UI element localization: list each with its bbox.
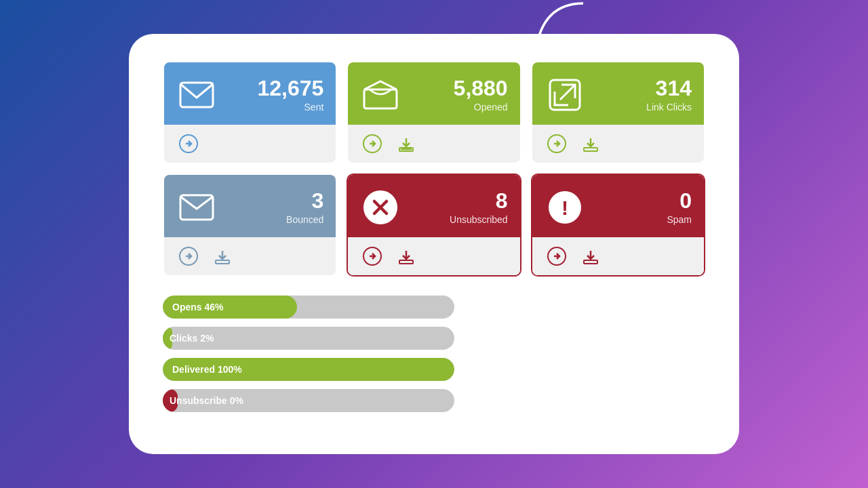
bounced-info: 3 Bounced [226, 190, 323, 225]
opened-info: 5,880 Opened [410, 77, 507, 113]
delivered-bar-container: Delivered 100% [163, 358, 454, 381]
envelope-icon [176, 75, 217, 115]
progress-delivered: Delivered 100% [163, 358, 705, 381]
opened-arrow-button[interactable] [360, 131, 384, 156]
clicks-bar-container: Clicks 2% [163, 327, 454, 350]
arrow-right-icon [363, 247, 382, 266]
card-unsubscribed-bottom [348, 237, 519, 275]
card-bounced-bottom [164, 237, 336, 275]
bounced-arrow-button[interactable] [176, 244, 201, 268]
link-clicks-info: 314 Link Clicks [595, 77, 692, 113]
svg-line-8 [560, 85, 575, 100]
opened-number: 5,880 [410, 77, 507, 99]
arrow-right-icon [179, 134, 198, 153]
bounced-envelope-icon [176, 187, 217, 228]
download-icon [397, 134, 416, 153]
sent-info: 12,675 Sent [226, 77, 323, 113]
unsubscribed-download-button[interactable] [394, 244, 418, 268]
cards-grid: 12,675 Sent [163, 61, 705, 277]
link-clicks-download-button[interactable] [578, 131, 603, 156]
svg-rect-23 [584, 260, 597, 264]
opened-label: Opened [410, 102, 507, 113]
arrow-right-icon [363, 134, 382, 153]
card-spam-bottom [532, 237, 704, 275]
unsubscribe-bar-label: Unsubscribe 0% [170, 395, 243, 406]
card-spam-top: ! 0 Spam [532, 175, 704, 237]
card-unsubscribed: 8 Unsubscribed [347, 174, 521, 277]
download-icon [581, 134, 600, 153]
delivered-bar-fill: Delivered 100% [163, 358, 454, 381]
card-bounced-top: 3 Bounced [164, 175, 336, 237]
card-link-clicks: 314 Link Clicks [531, 61, 705, 164]
progress-clicks: Clicks 2% [163, 327, 705, 350]
link-clicks-number: 314 [595, 77, 692, 99]
card-sent-top: 12,675 Sent [164, 62, 336, 125]
opens-bar-container: Opens 46% [163, 296, 454, 319]
main-card: Inboxing metrics 12,675 Sent [129, 34, 739, 454]
arrow-right-icon [547, 134, 566, 153]
card-opened: 5,880 Opened [347, 61, 521, 164]
unsubscribed-number: 8 [410, 190, 507, 211]
sent-arrow-button[interactable] [176, 131, 201, 156]
card-opened-bottom [348, 125, 519, 163]
clicks-bar-label: Clicks 2% [170, 333, 214, 344]
arrow-right-icon [179, 247, 198, 266]
spam-arrow-button[interactable] [545, 244, 569, 268]
opens-bar-fill: Opens 46% [163, 296, 297, 319]
spam-label: Spam [595, 214, 692, 225]
unsubscribed-info: 8 Unsubscribed [410, 190, 507, 225]
card-sent: 12,675 Sent [163, 61, 337, 164]
card-spam: ! 0 Spam [531, 174, 705, 277]
svg-rect-10 [584, 148, 597, 151]
spam-number: 0 [595, 190, 692, 211]
svg-rect-19 [399, 260, 413, 264]
card-bounced: 3 Bounced [163, 174, 337, 277]
envelope-open-icon [360, 75, 401, 115]
x-circle-icon [360, 187, 401, 228]
svg-rect-13 [216, 260, 229, 264]
svg-rect-3 [364, 89, 397, 108]
unsubscribe-bar-container: Unsubscribe 0% [163, 389, 454, 412]
spam-info: 0 Spam [595, 190, 692, 225]
sent-label: Sent [226, 102, 323, 113]
svg-rect-1 [180, 83, 213, 107]
card-link-clicks-top: 314 Link Clicks [532, 62, 704, 125]
progress-opens: Opens 46% [163, 296, 705, 319]
download-icon [397, 247, 416, 266]
link-clicks-label: Link Clicks [595, 102, 692, 113]
download-icon [213, 247, 232, 266]
spam-download-button[interactable] [578, 244, 603, 268]
unsubscribed-arrow-button[interactable] [360, 244, 384, 268]
sent-number: 12,675 [226, 77, 323, 99]
card-unsubscribed-top: 8 Unsubscribed [348, 175, 519, 237]
arrow-icon [522, 0, 604, 64]
opened-download-button[interactable] [394, 131, 418, 156]
bounced-label: Bounced [226, 214, 323, 225]
unsubscribed-label: Unsubscribed [410, 214, 507, 225]
progress-section: Opens 46% Clicks 2% Delivered 100% [163, 296, 705, 412]
card-opened-top: 5,880 Opened [348, 62, 519, 125]
card-link-clicks-bottom [532, 125, 704, 163]
download-icon [581, 247, 600, 266]
card-sent-bottom [164, 125, 336, 163]
link-icon [545, 75, 585, 115]
progress-unsubscribe: Unsubscribe 0% [163, 389, 705, 412]
exclamation-circle-icon: ! [545, 187, 585, 228]
bounced-download-button[interactable] [210, 244, 235, 268]
arrow-right-icon [547, 247, 566, 266]
bounced-number: 3 [226, 190, 323, 211]
svg-rect-11 [180, 195, 213, 220]
delivered-bar-label: Delivered 100% [172, 364, 242, 375]
opens-bar-label: Opens 46% [172, 302, 223, 312]
svg-text:!: ! [561, 197, 568, 219]
link-clicks-arrow-button[interactable] [545, 131, 569, 156]
